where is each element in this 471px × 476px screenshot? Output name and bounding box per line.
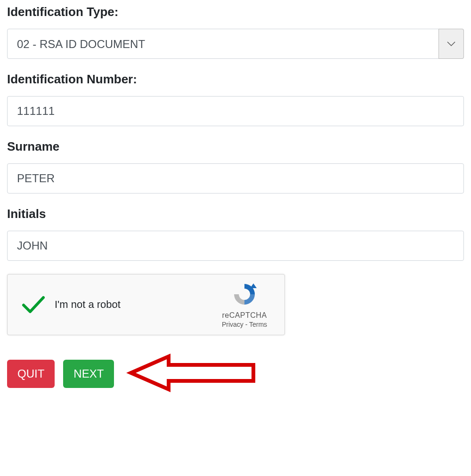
quit-button[interactable]: QUIT [7,360,55,388]
recaptcha-brand-text: reCAPTCHA [214,311,275,320]
id-type-select-wrapper: 02 - RSA ID DOCUMENT [7,29,464,59]
recaptcha-widget[interactable]: I'm not a robot reCAPTCHA Privacy - Term… [7,274,285,335]
id-type-select[interactable]: 02 - RSA ID DOCUMENT [7,29,464,59]
recaptcha-label: I'm not a robot [45,299,214,311]
id-number-label: Identification Number: [7,72,464,87]
recaptcha-logo-icon [230,282,259,309]
svg-marker-0 [250,283,257,288]
id-type-group: Identification Type: 02 - RSA ID DOCUMEN… [7,5,464,59]
recaptcha-brand: reCAPTCHA Privacy - Terms [214,282,275,328]
recaptcha-links[interactable]: Privacy - Terms [214,321,275,328]
id-number-input[interactable] [7,96,464,126]
checkmark-icon [22,295,45,315]
id-number-group: Identification Number: [7,72,464,126]
surname-group: Surname [7,139,464,194]
surname-label: Surname [7,139,464,154]
initials-label: Initials [7,207,464,221]
button-row: QUIT NEXT [7,352,464,396]
id-type-label: Identification Type: [7,5,464,19]
initials-input[interactable] [7,231,464,261]
annotation-arrow-icon [126,352,258,396]
surname-input[interactable] [7,163,464,194]
next-button[interactable]: NEXT [63,360,114,388]
initials-group: Initials [7,207,464,261]
